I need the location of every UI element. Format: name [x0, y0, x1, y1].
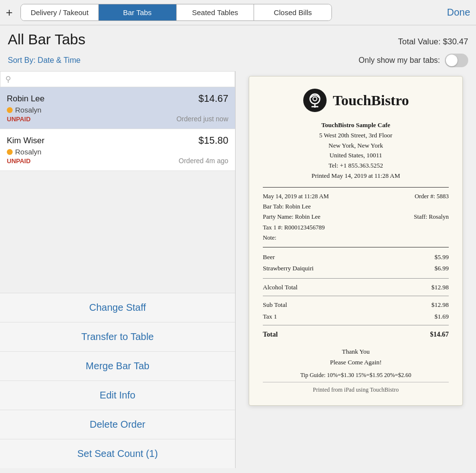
tab-card-row3: UNPAID Ordered just now [7, 115, 228, 123]
right-panel: TouchBistro TouchBistro Sample Cafe 5 We… [236, 71, 476, 468]
top-nav: + Delivery / Takeout Bar Tabs Seated Tab… [0, 0, 476, 25]
tab-card-robin-lee[interactable]: Robin Lee $14.67 Rosalyn UNPAID Ordered … [0, 87, 235, 129]
item-price-daiquiri: $6.99 [435, 263, 449, 274]
tab-group: Delivery / Takeout Bar Tabs Seated Table… [20, 4, 332, 21]
receipt-divider-items-top [263, 247, 449, 247]
receipt: TouchBistro TouchBistro Sample Cafe 5 We… [249, 76, 463, 406]
receipt-total-row: Total $14.67 [263, 328, 449, 341]
edit-info-button[interactable]: Edit Info [0, 381, 235, 410]
my-tabs-toggle[interactable] [445, 54, 468, 67]
receipt-printed-from: Printed from iPad using TouchBistro [263, 382, 449, 394]
subtotal-value: $12.98 [431, 299, 449, 310]
change-staff-button[interactable]: Change Staff [0, 293, 235, 322]
tax1-value: $1.69 [435, 311, 449, 322]
tab-card-row2: Rosalyn [7, 148, 228, 156]
receipt-alcohol-total-row: Alcohol Total $12.98 [263, 282, 449, 293]
receipt-tel: Tel: +1 855.363.5252 [263, 161, 449, 171]
receipt-address2: New York, New York [263, 141, 449, 151]
alcohol-total-label: Alcohol Total [263, 282, 297, 293]
tab-seated-tables[interactable]: Seated Tables [177, 4, 255, 20]
tab-card-row2: Rosalyn [7, 106, 228, 114]
staff-dot [7, 107, 13, 113]
item-name-daiquiri: Strawberry Daiquiri [263, 263, 313, 274]
receipt-brand: TouchBistro [333, 92, 409, 109]
ordered-time: Ordered just now [176, 115, 228, 123]
receipt-party-name: Party Name: Robin Lee [263, 212, 320, 222]
tab-card-row1: Kim Wiser $15.80 [7, 135, 228, 146]
receipt-note: Note: [263, 233, 449, 243]
merge-bar-tab-button[interactable]: Merge Bar Tab [0, 352, 235, 381]
sort-by-value: Date & Time [37, 56, 80, 64]
tab-amount: $14.67 [199, 93, 228, 104]
sort-filter-row: Sort By: Date & Time Only show my bar ta… [0, 51, 476, 71]
receipt-tax-id: Tax 1 #: R000123456789 [263, 223, 449, 233]
search-input[interactable] [15, 75, 230, 84]
receipt-divider-items-bottom [263, 278, 449, 279]
tab-amount: $15.80 [199, 135, 228, 146]
item-name-beer: Beer [263, 251, 275, 263]
receipt-tip-guide: Tip Guide: 10%=$1.30 15%=$1.95 20%=$2.60 [263, 372, 449, 379]
tab-name: Robin Lee [7, 94, 45, 104]
staff-dot [7, 149, 13, 155]
staff-name: Rosalyn [15, 106, 41, 114]
transfer-to-table-button[interactable]: Transfer to Table [0, 322, 235, 352]
touchbistro-logo [303, 88, 327, 113]
subtotal-label: Sub Total [263, 299, 287, 310]
receipt-item-daiquiri: Strawberry Daiquiri $6.99 [263, 263, 449, 274]
receipt-meta: May 14, 2019 at 11:28 AM Order #: 5883 B… [263, 191, 449, 243]
add-button[interactable]: + [6, 7, 13, 19]
page-title: All Bar Tabs [8, 31, 86, 48]
receipt-meta-row-bartab: Bar Tab: Robin Lee [263, 202, 449, 212]
receipt-order-num: Order #: 5883 [415, 191, 449, 202]
receipt-totals: Alcohol Total $12.98 Sub Total $12.98 Ta… [263, 282, 449, 341]
receipt-date: May 14, 2019 at 11:28 AM [263, 191, 329, 202]
tab-list: Robin Lee $14.67 Rosalyn UNPAID Ordered … [0, 87, 235, 293]
item-price-beer: $5.99 [435, 251, 449, 263]
receipt-divider-total [263, 325, 449, 325]
delete-order-button[interactable]: Delete Order [0, 410, 235, 439]
show-my-tabs: Only show my bar tabs: [359, 54, 468, 67]
tab-card-row3: UNPAID Ordered 4m ago [7, 157, 228, 165]
receipt-staff: Staff: Rosalyn [414, 212, 449, 222]
main-content: ⚲ Robin Lee $14.67 Rosalyn UNPAID Ordere… [0, 71, 476, 468]
receipt-address3: United States, 10011 [263, 151, 449, 161]
receipt-thank-you: Thank You [263, 346, 449, 357]
receipt-address1: 5 West 20th Street, 3rd Floor [263, 131, 449, 141]
total-value: Total Value: $30.47 [398, 37, 468, 47]
set-seat-count-button[interactable]: Set Seat Count (1) [0, 439, 235, 468]
search-icon: ⚲ [5, 75, 11, 84]
tax1-label: Tax 1 [263, 311, 277, 322]
done-button[interactable]: Done [437, 7, 470, 18]
receipt-header: TouchBistro [263, 88, 449, 113]
sort-by-label: Sort By: [8, 56, 36, 64]
page-header: All Bar Tabs Total Value: $30.47 [0, 25, 476, 51]
tab-closed-bills[interactable]: Closed Bills [254, 4, 331, 20]
receipt-please-come-again: Please Come Again! [263, 357, 449, 368]
receipt-items: Beer $5.99 Strawberry Daiquiri $6.99 [263, 251, 449, 274]
receipt-meta-row-date: May 14, 2019 at 11:28 AM Order #: 5883 [263, 191, 449, 202]
tab-card-kim-wiser[interactable]: Kim Wiser $15.80 Rosalyn UNPAID Ordered … [0, 129, 235, 171]
receipt-printed-at: Printed May 14, 2019 at 11:28 AM [263, 171, 449, 181]
total-value: $14.67 [430, 328, 449, 341]
receipt-subtotal-row: Sub Total $12.98 [263, 299, 449, 310]
tab-card-row1: Robin Lee $14.67 [7, 93, 228, 104]
receipt-divider-sub [263, 296, 449, 296]
unpaid-badge: UNPAID [7, 115, 31, 123]
unpaid-badge: UNPAID [7, 157, 31, 165]
staff-name: Rosalyn [15, 148, 41, 156]
receipt-cafe-info: TouchBistro Sample Cafe 5 West 20th Stre… [263, 120, 449, 181]
tab-name: Kim Wiser [7, 136, 44, 146]
ordered-time: Ordered 4m ago [179, 157, 228, 165]
sort-by[interactable]: Sort By: Date & Time [8, 56, 80, 65]
show-my-tabs-label: Only show my bar tabs: [359, 56, 440, 65]
context-menu: Change Staff Transfer to Table Merge Bar… [0, 293, 235, 468]
receipt-footer-msg: Thank You Please Come Again! [263, 346, 449, 368]
receipt-cafe-name: TouchBistro Sample Cafe [263, 120, 449, 131]
search-bar: ⚲ [0, 71, 235, 87]
receipt-tax1-row: Tax 1 $1.69 [263, 311, 449, 322]
receipt-divider-top [263, 187, 449, 188]
tab-bar-tabs[interactable]: Bar Tabs [99, 4, 177, 20]
receipt-bar-tab: Bar Tab: Robin Lee [263, 202, 311, 212]
alcohol-total-value: $12.98 [431, 282, 449, 293]
tab-delivery-takeout[interactable]: Delivery / Takeout [21, 4, 99, 20]
